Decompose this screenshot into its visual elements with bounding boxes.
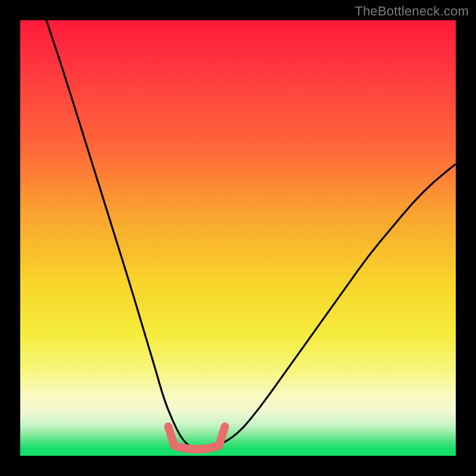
watermark-text: TheBottleneck.com [355, 4, 469, 19]
bottleneck-curve [20, 20, 456, 456]
chart-frame: TheBottleneck.com [0, 0, 476, 476]
curve-path [46, 20, 456, 449]
